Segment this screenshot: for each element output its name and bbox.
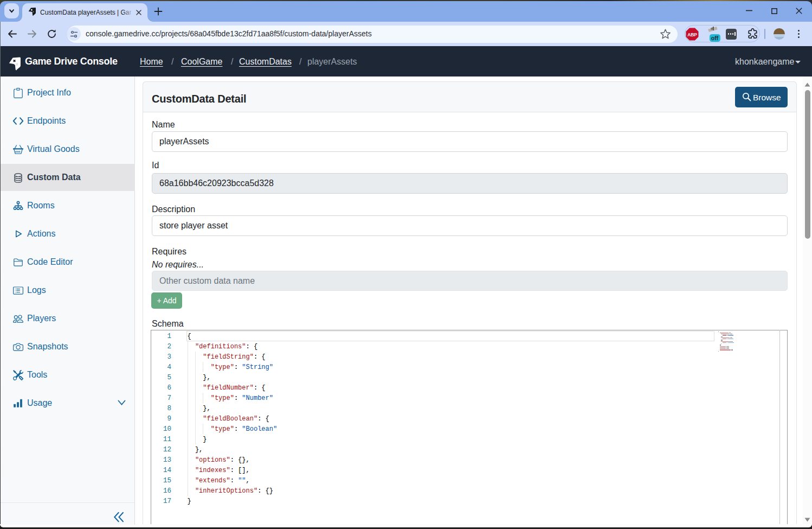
svg-text:ABP: ABP — [687, 31, 697, 37]
